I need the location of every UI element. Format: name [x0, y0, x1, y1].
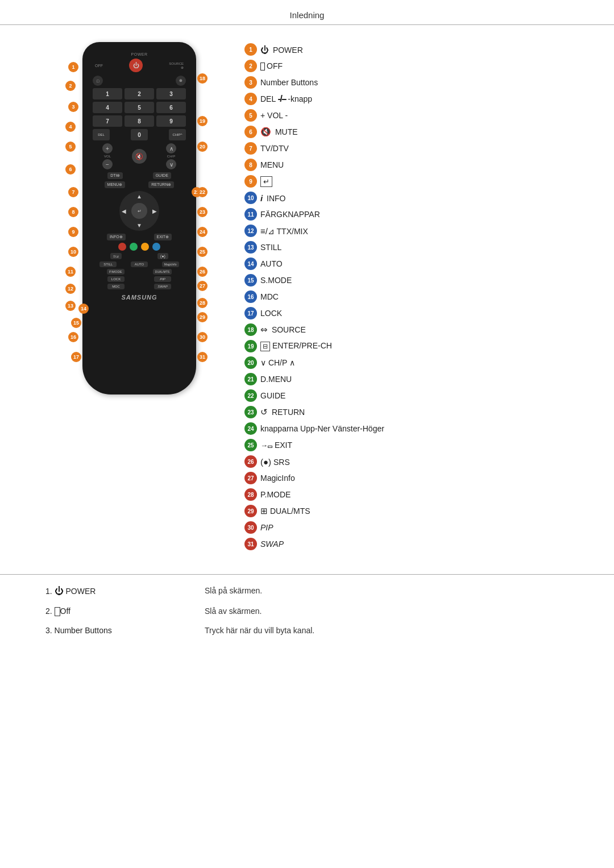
- remote-menu-btn[interactable]: MENU⊕: [105, 181, 126, 188]
- legend-badge-11: 11: [244, 208, 257, 221]
- remote-green-btn[interactable]: [130, 243, 138, 251]
- legend-item-26: 26 (●) SRS: [244, 454, 580, 469]
- remote-srs-btn[interactable]: (●): [157, 253, 168, 259]
- remote-nav-down[interactable]: ▼: [136, 222, 142, 229]
- legend-item-17: 17 LOCK: [244, 306, 580, 321]
- remote-btn-0[interactable]: 0: [131, 129, 148, 140]
- remote-mdc-btn[interactable]: MDC: [107, 284, 125, 289]
- legend-badge-5: 5: [244, 109, 257, 122]
- remote-swap-btn[interactable]: SWAP: [154, 284, 171, 289]
- remote-guide-btn[interactable]: GUIDE: [153, 172, 171, 179]
- remote-yellow-btn[interactable]: [141, 243, 149, 251]
- remote-source-btn[interactable]: ⊕: [176, 76, 186, 86]
- remote-nav-right[interactable]: ▶: [152, 208, 157, 214]
- remote-ttx-btn[interactable]: ≡/⊿: [110, 253, 122, 259]
- remote-btn-9[interactable]: 9: [156, 115, 186, 127]
- legend-item-24: 24 knapparna Upp-Ner Vänster-Höger: [244, 421, 580, 436]
- remote-chip-btn[interactable]: CHIP^: [169, 129, 186, 140]
- legend-badge-9: 9: [244, 175, 257, 188]
- desc-value-2: Slå av skärmen.: [205, 607, 262, 616]
- legend-text-25: → EXIT: [260, 441, 292, 450]
- desc-item-3: 3. Number Buttons Tryck här när du vill …: [45, 626, 569, 635]
- legend-text-29: ⊞ DUAL/MTS: [260, 506, 310, 516]
- remote-blue-btn[interactable]: [152, 243, 160, 251]
- remote-magic-btn[interactable]: MagicInfo: [162, 261, 179, 267]
- legend-badge-18: 18: [244, 323, 257, 336]
- remote-mute-btn[interactable]: 🔇: [132, 149, 147, 164]
- remote-lock-btn[interactable]: LOCK: [107, 276, 125, 282]
- legend-item-15: 15 S.MODE: [244, 273, 580, 288]
- remote-vol-down[interactable]: −: [102, 159, 113, 169]
- remote-btn-8[interactable]: 8: [125, 115, 154, 127]
- legend-item-30: 30 PIP: [244, 520, 580, 535]
- legend-badge-30: 30: [244, 521, 257, 534]
- remote-off-btn[interactable]: □: [93, 76, 103, 86]
- remote-num-11: 11: [65, 267, 76, 277]
- remote-ch-down[interactable]: ∨: [166, 159, 176, 169]
- desc-item-2: 2. Off Slå av skärmen.: [45, 607, 569, 616]
- legend-text-20: ∨ CH/P ∧: [260, 358, 295, 367]
- remote-num-4: 4: [65, 122, 76, 132]
- remote-btn-6[interactable]: 6: [156, 102, 186, 113]
- legend-text-1: ⏻ POWER: [260, 45, 303, 55]
- remote-nav-enter[interactable]: ↵: [131, 203, 147, 219]
- remote-btn-5[interactable]: 5: [125, 102, 154, 113]
- remote-btn-4[interactable]: 4: [93, 102, 122, 113]
- remote-btn-1[interactable]: 1: [93, 88, 122, 99]
- legend-text-31: SWAP: [260, 539, 284, 549]
- remote-del-btn[interactable]: DEL: [93, 129, 110, 140]
- remote-num-9: 9: [68, 227, 78, 237]
- remote-num-16: 16: [68, 332, 78, 342]
- remote-dual-btn[interactable]: DUAL/MTS: [153, 269, 172, 275]
- remote-power-btn[interactable]: ⏻: [129, 59, 143, 72]
- remote-num-5: 5: [65, 142, 76, 152]
- remote-num-27: 27: [197, 281, 208, 291]
- remote-num-15: 15: [71, 318, 81, 328]
- legend-text-7: TV/DTV: [260, 144, 289, 153]
- legend-item-4: 4 DEL -/-- -knapp: [244, 92, 580, 106]
- legend-item-5: 5 + VOL -: [244, 108, 580, 123]
- legend-text-30: PIP: [260, 523, 273, 532]
- remote-num-7: 7: [68, 187, 78, 197]
- remote-vol-up[interactable]: +: [102, 143, 113, 153]
- remote-btn-2[interactable]: 2: [125, 88, 154, 99]
- legend-badge-1: 1: [244, 43, 257, 56]
- legend-item-12: 12 ≡/⊿ TTX/MIX: [244, 223, 580, 238]
- legend-badge-17: 17: [244, 307, 257, 319]
- legend-text-14: AUTO: [260, 259, 283, 268]
- remote-nav-up[interactable]: ▲: [136, 193, 142, 200]
- legend-badge-28: 28: [244, 488, 257, 501]
- desc-label-3: 3. Number Buttons: [45, 626, 205, 635]
- remote-num-13: 13: [65, 301, 76, 311]
- desc-value-1: Slå på skärmen.: [205, 586, 262, 595]
- remote-num-19: 19: [197, 116, 208, 126]
- legend-text-23: ↺ RETURN: [260, 407, 305, 417]
- remote-num-29: 29: [197, 312, 208, 322]
- remote-return-btn[interactable]: RETURN⊕: [148, 181, 174, 188]
- legend-item-18: 18 ⇔ SOURCE: [244, 322, 580, 337]
- remote-btn-3[interactable]: 3: [156, 88, 186, 99]
- legend-text-19: ⊟ ENTER/PRE-CH: [260, 341, 332, 351]
- remote-tv-btn[interactable]: DTI⊕: [107, 172, 123, 179]
- descriptions-section: 1. ⏻ POWER Slå på skärmen. 2. Off Slå av…: [0, 574, 614, 657]
- legend-badge-12: 12: [244, 225, 257, 237]
- remote-info-btn[interactable]: INFO⊕: [107, 234, 126, 240]
- remote-pip-btn[interactable]: PIP: [154, 276, 171, 282]
- legend-badge-26: 26: [244, 455, 257, 468]
- remote-nav-left[interactable]: ◀: [122, 208, 126, 214]
- legend-item-3: 3 Number Buttons: [244, 75, 580, 90]
- legend-item-25: 25 → EXIT: [244, 438, 580, 452]
- remote-red-btn[interactable]: [118, 243, 126, 251]
- remote-still-btn[interactable]: STILL: [99, 261, 117, 267]
- legend-badge-16: 16: [244, 290, 257, 303]
- remote-exit-btn[interactable]: EXIT⊕: [154, 234, 172, 240]
- legend-badge-15: 15: [244, 274, 257, 286]
- legend-text-8: MENU: [260, 160, 284, 169]
- legend-item-16: 16 MDC: [244, 289, 580, 304]
- remote-ch-up[interactable]: ∧: [166, 143, 176, 153]
- remote-num-24: 24: [197, 227, 208, 237]
- remote-auto-btn[interactable]: AUTO: [131, 261, 148, 267]
- remote-btn-7[interactable]: 7: [93, 115, 122, 127]
- legend-item-8: 8 MENU: [244, 157, 580, 172]
- remote-pmode-btn[interactable]: P.MODE: [107, 269, 125, 275]
